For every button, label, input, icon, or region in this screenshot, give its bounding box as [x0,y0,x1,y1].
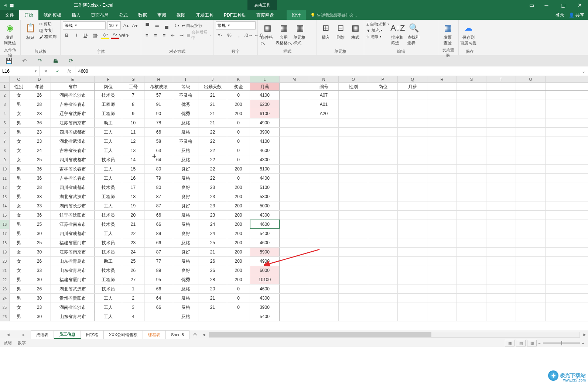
cell[interactable] [486,275,516,284]
cell[interactable] [280,109,309,118]
cell[interactable] [309,128,339,137]
accept-formula-button[interactable]: ✓ [56,69,59,74]
cell[interactable]: 男 [10,174,28,183]
cell[interactable]: 女 [10,211,28,220]
cell[interactable] [457,275,486,284]
cell[interactable]: 4100 [250,91,280,100]
col-header-O[interactable]: O [339,76,368,82]
cell[interactable]: 男 [10,284,28,293]
cell[interactable]: 36 [28,118,51,127]
cell[interactable] [339,312,368,321]
fill-color-button[interactable]: ◇▾ [101,31,109,39]
align-left-button[interactable]: ≡ [143,31,150,39]
cell[interactable] [368,275,398,284]
cell[interactable]: 0 [227,137,250,146]
cell[interactable] [339,275,368,284]
cell[interactable]: 0 [227,155,250,164]
cell[interactable]: 9 [122,109,144,118]
cell[interactable]: 及格 [173,238,198,247]
cell[interactable] [339,183,368,192]
cell[interactable]: 66 [144,128,173,137]
row-header[interactable]: 12 [0,183,10,192]
cell[interactable] [280,312,309,321]
cell[interactable] [427,118,457,127]
cancel-formula-button[interactable]: ✕ [44,69,48,74]
cell[interactable] [427,238,457,247]
cell[interactable]: 5100 [250,165,280,173]
cell[interactable] [427,109,457,118]
row-header[interactable]: 18 [0,238,10,247]
cell[interactable]: 0 [227,91,250,100]
cell[interactable] [280,229,309,238]
cell[interactable]: 湖北省武汉市 [51,284,95,293]
cell[interactable] [457,266,486,275]
cell[interactable] [516,155,546,164]
tab-design[interactable]: 设计 [287,10,306,20]
normal-view-button[interactable]: ▦ [505,340,514,346]
cell[interactable]: 良好 [173,165,198,173]
cell[interactable] [427,91,457,100]
cell[interactable] [368,91,398,100]
cell[interactable] [427,183,457,192]
increase-font-button[interactable]: A▴ [122,22,130,29]
page-break-view-button[interactable]: ▥ [527,340,537,346]
cell[interactable] [368,257,398,266]
cut-button[interactable]: ✂剪切 [39,21,57,27]
save-button[interactable]: 💾 [5,57,13,65]
cell[interactable] [457,312,486,321]
cell[interactable] [309,257,339,266]
cell[interactable]: 33 [28,192,51,201]
cell[interactable] [309,220,339,229]
cell[interactable] [486,174,516,183]
cell[interactable]: 23 [198,211,227,220]
cell[interactable]: 22 [198,128,227,137]
tab-home[interactable]: 开始 [19,10,38,20]
col-header-H[interactable]: H [144,76,173,82]
cell[interactable] [339,146,368,155]
cell[interactable]: 22 [198,155,227,164]
tab-insert[interactable]: 插入 [66,10,86,20]
cell[interactable] [427,83,457,90]
scroll-thumb[interactable] [209,332,431,337]
cell[interactable] [516,248,546,256]
cell[interactable] [427,155,457,164]
cell[interactable]: 女 [10,248,28,256]
cell[interactable] [516,201,546,210]
cell[interactable]: 4900 [250,118,280,127]
cell[interactable]: 男 [10,275,28,284]
cell[interactable] [309,266,339,275]
maximize-button[interactable]: ▢ [555,0,571,10]
cell[interactable] [457,303,486,312]
align-right-button[interactable]: ≡ [161,31,168,39]
cell[interactable]: 200 [227,211,250,220]
cell[interactable]: 4300 [250,294,280,303]
cell[interactable]: 11 [122,128,144,137]
cell[interactable]: 4600 [250,146,280,155]
align-center-button[interactable]: ≡ [152,31,159,39]
sheet-nav-first[interactable]: ◄ [6,332,10,337]
cell[interactable]: 0 [227,118,250,127]
cell[interactable] [516,174,546,183]
cell[interactable]: 7 [122,91,144,100]
cell[interactable] [398,266,427,275]
zoom-in-button[interactable]: + [582,341,584,345]
sheet-tab-6[interactable]: Sheet5 [166,330,189,339]
add-sheet-button[interactable]: ⊕ [189,330,201,339]
cell[interactable] [516,146,546,155]
cell[interactable] [457,83,486,90]
cell[interactable]: 良好 [173,192,198,201]
cell[interactable]: 30 [28,294,51,303]
cell[interactable] [398,137,427,146]
cell[interactable]: 27 [122,275,144,284]
cell[interactable] [427,312,457,321]
cell[interactable] [516,312,546,321]
cell[interactable] [339,248,368,256]
cell[interactable] [486,220,516,229]
cell[interactable] [280,294,309,303]
cell[interactable]: 25 [122,257,144,266]
cell[interactable] [486,109,516,118]
cell[interactable] [457,109,486,118]
cell[interactable]: 优秀 [173,109,198,118]
cell[interactable]: 不及格 [173,91,198,100]
tab-view[interactable]: 视图 [171,10,191,20]
